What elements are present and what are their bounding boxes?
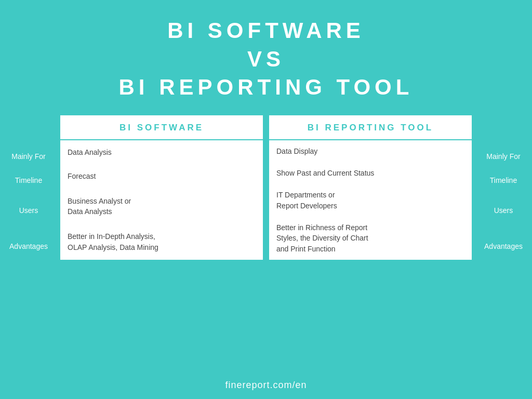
right-table-row-0: Data Display (269, 140, 472, 162)
title-line1: BI SOFTWARE (167, 18, 365, 43)
right-labels: Mainly ForTimelineUsersAdvantages (473, 114, 530, 264)
tables-area: BI SOFTWARE Data AnalysisForecastBusines… (59, 114, 473, 261)
right-label-1: Timeline (477, 168, 530, 192)
left-table-row-2: Business Analyst or Data Analysts (60, 189, 263, 224)
left-label-0: Mainly For (2, 144, 55, 168)
title-section: BI SOFTWARE VS BI REPORTING TOOL (109, 0, 424, 114)
title-line2: VS (247, 47, 285, 71)
left-table-row-0: Data Analysis (60, 140, 263, 164)
bi-reporting-header: BI REPORTING TOOL (269, 115, 472, 140)
bi-reporting-table: BI REPORTING TOOL Data DisplayShow Past … (268, 114, 473, 261)
left-label-3: Advantages (2, 228, 55, 264)
title-line3: BI REPORTING TOOL (119, 75, 414, 99)
left-label-2: Users (2, 193, 55, 229)
right-label-0: Mainly For (477, 144, 530, 168)
right-label-3: Advantages (477, 228, 530, 264)
bi-software-header: BI SOFTWARE (60, 115, 263, 140)
left-labels: Mainly ForTimelineUsersAdvantages (2, 114, 59, 264)
left-table-row-3: Better in In-Depth Analysis, OLAP Analys… (60, 224, 263, 260)
bi-software-table: BI SOFTWARE Data AnalysisForecastBusines… (59, 114, 264, 261)
right-table-row-3: Better in Richness of Report Styles, the… (269, 217, 472, 260)
left-label-1: Timeline (2, 168, 55, 192)
right-label-2: Users (477, 193, 530, 229)
comparison-section: Mainly ForTimelineUsersAdvantages BI SOF… (0, 114, 532, 373)
footer: finereport.com/en (225, 373, 307, 399)
right-table-row-2: IT Departments or Report Developers (269, 184, 472, 217)
left-table-row-1: Forecast (60, 164, 263, 188)
right-table-row-1: Show Past and Current Status (269, 162, 472, 184)
